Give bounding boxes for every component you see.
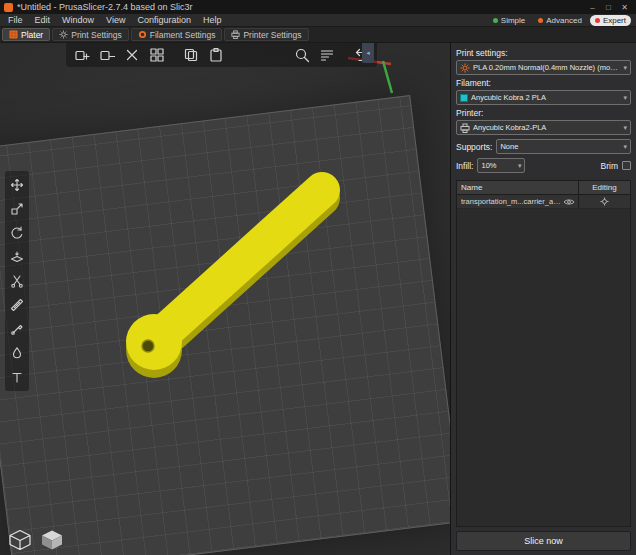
object-row[interactable]: transportation_m...carrier_arm.stl: [457, 195, 630, 209]
printer-icon: [460, 123, 470, 133]
viewport-3d[interactable]: ◂: [0, 43, 450, 555]
object-name-cell: transportation_m...carrier_arm.stl: [457, 195, 578, 208]
search-button[interactable]: [290, 45, 314, 65]
paint-supports-button[interactable]: [7, 319, 27, 339]
supports-select[interactable]: None ▾: [496, 139, 631, 154]
add-icon: [74, 47, 90, 63]
move-gizmo-button[interactable]: [7, 175, 27, 195]
paint-supports-icon: [10, 322, 24, 336]
delete-all-button[interactable]: [120, 45, 144, 65]
mode-advanced-label: Advanced: [546, 16, 582, 25]
copy-icon: [183, 47, 199, 63]
plater-toolbar: [66, 43, 377, 67]
filament-value: Anycubic Kobra 2 PLA: [471, 93, 619, 102]
infill-value: 10%: [481, 161, 513, 170]
brim-checkbox[interactable]: [622, 161, 631, 170]
main-area: ◂: [0, 43, 636, 555]
print-settings-select[interactable]: PLA 0.20mm Normal(0.4mm Nozzle) (modifie…: [456, 60, 631, 75]
mode-expert-button[interactable]: Expert: [590, 15, 631, 26]
print-settings-label: Print settings:: [456, 48, 631, 58]
tab-plater[interactable]: Plater: [2, 28, 50, 41]
plater-icon: [9, 30, 18, 39]
tab-printer-settings-label: Printer Settings: [243, 30, 301, 40]
mode-advanced-button[interactable]: Advanced: [533, 15, 587, 26]
tab-filament-settings-label: Filament Settings: [150, 30, 216, 40]
menu-edit[interactable]: Edit: [29, 14, 57, 26]
seam-icon: [10, 346, 24, 360]
collapse-sidebar-button[interactable]: ◂: [362, 43, 374, 63]
menu-configuration[interactable]: Configuration: [131, 14, 197, 26]
edit-settings-icon[interactable]: [600, 197, 609, 206]
tab-print-settings-label: Print Settings: [71, 30, 122, 40]
tab-printer-settings[interactable]: Printer Settings: [224, 28, 308, 41]
eye-icon[interactable]: [563, 198, 575, 206]
preview-view-button[interactable]: [39, 529, 65, 551]
place-on-face-icon: [10, 250, 24, 264]
minimize-button[interactable]: –: [585, 1, 600, 13]
app-window: *Untitled - PrusaSlicer-2.7.4 based on S…: [0, 0, 636, 555]
supports-label: Supports:: [456, 142, 492, 152]
gear-icon: [59, 30, 68, 39]
chevron-down-icon: ▾: [622, 124, 628, 132]
object-list: Name Editing transportation_m...carrier_…: [456, 180, 631, 527]
mode-expert-dot-icon: [595, 18, 600, 23]
cut-gizmo-button[interactable]: [7, 271, 27, 291]
model-carrier-arm[interactable]: [0, 43, 450, 555]
delete-all-icon: [124, 47, 140, 63]
arrange-button[interactable]: [145, 45, 169, 65]
printer-value: Anycubic Kobra2-PLA: [473, 123, 619, 132]
chevron-down-icon: ▾: [622, 94, 628, 102]
print-settings-value: PLA 0.20mm Normal(0.4mm Nozzle) (modifie…: [473, 63, 619, 72]
filament-select[interactable]: Anycubic Kobra 2 PLA ▾: [456, 90, 631, 105]
printer-select[interactable]: Anycubic Kobra2-PLA ▾: [456, 120, 631, 135]
toolbar-separator: [340, 45, 348, 65]
scale-gizmo-button[interactable]: [7, 199, 27, 219]
tab-print-settings[interactable]: Print Settings: [52, 28, 129, 41]
add-object-button[interactable]: [70, 45, 94, 65]
maximize-button[interactable]: □: [601, 1, 616, 13]
rotate-gizmo-button[interactable]: [7, 223, 27, 243]
infill-select[interactable]: 10% ▾: [477, 158, 525, 173]
menu-help[interactable]: Help: [197, 14, 228, 26]
copy-button[interactable]: [179, 45, 203, 65]
infill-row: Infill: 10% ▾ Brim: [456, 158, 631, 173]
toolbar-separator: [229, 45, 289, 65]
slice-now-button[interactable]: Slice now: [456, 531, 631, 551]
window-controls: – □ ✕: [585, 1, 632, 13]
measure-gizmo-button[interactable]: [7, 295, 27, 315]
object-list-empty-area: [457, 209, 630, 526]
move-icon: [10, 178, 24, 192]
mode-simple-dot-icon: [493, 18, 498, 23]
measure-icon: [10, 298, 24, 312]
mode-simple-button[interactable]: Simple: [488, 15, 530, 26]
scale-icon: [10, 202, 24, 216]
name-column-header: Name: [457, 181, 578, 194]
place-on-face-button[interactable]: [7, 247, 27, 267]
filament-label: Filament:: [456, 78, 631, 88]
brim-label: Brim: [601, 161, 618, 171]
supports-row: Supports: None ▾: [456, 139, 631, 154]
editor-3d-cube-icon: [7, 529, 33, 551]
preview-cube-icon: [39, 529, 65, 551]
editor-view-button[interactable]: [7, 529, 33, 551]
menu-window[interactable]: Window: [56, 14, 100, 26]
paste-button[interactable]: [204, 45, 228, 65]
chevron-down-icon: ▾: [622, 143, 628, 151]
infill-label: Infill:: [456, 161, 473, 171]
menu-view[interactable]: View: [100, 14, 131, 26]
delete-object-button[interactable]: [95, 45, 119, 65]
close-button[interactable]: ✕: [617, 1, 632, 13]
filament-color-swatch: [460, 94, 468, 102]
layers-icon: [319, 47, 335, 63]
layers-button[interactable]: [315, 45, 339, 65]
tab-filament-settings[interactable]: Filament Settings: [131, 28, 223, 41]
text-icon: [10, 370, 24, 384]
titlebar: *Untitled - PrusaSlicer-2.7.4 based on S…: [0, 0, 636, 14]
text-gizmo-button[interactable]: [7, 367, 27, 387]
gear-icon: [460, 63, 470, 73]
tab-plater-label: Plater: [21, 30, 43, 40]
menu-file[interactable]: File: [2, 14, 29, 26]
object-list-header: Name Editing: [457, 181, 630, 195]
seam-gizmo-button[interactable]: [7, 343, 27, 363]
paste-icon: [208, 47, 224, 63]
